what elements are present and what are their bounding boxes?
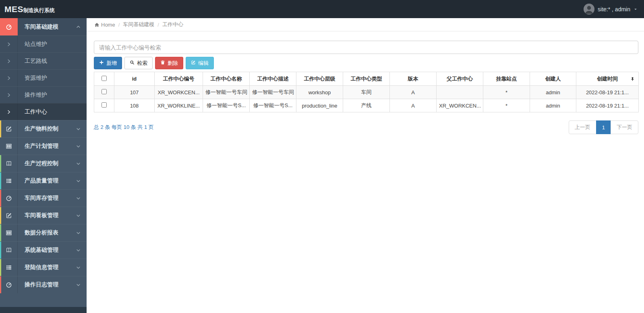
- table-cell: 2022-08-19 21:1...: [576, 99, 639, 112]
- table-cell: A: [390, 86, 437, 99]
- table-cell: 107: [114, 86, 155, 99]
- sidebar-group-label: 操作日志管理: [18, 281, 76, 288]
- trash-icon: [160, 60, 165, 66]
- column-header[interactable]: 创建时间: [576, 72, 639, 86]
- group-color-strip: [0, 224, 1, 241]
- brand-name: 制造执行系统: [23, 7, 55, 14]
- sidebar-footer: [0, 307, 87, 313]
- sidebar-group[interactable]: 生产计划管理: [0, 137, 87, 155]
- page-content: 新增检索删除编辑 id工作中心编号工作中心名称工作中心描述工作中心层级工作中心类…: [87, 31, 644, 134]
- group-color-strip: [0, 276, 1, 293]
- sidebar-group-label: 车间看板管理: [18, 212, 76, 219]
- search-input[interactable]: [94, 41, 638, 54]
- sidebar-group-label: 生产计划管理: [18, 143, 76, 150]
- sidebar-subitem[interactable]: 操作维护: [0, 86, 87, 103]
- group-color-strip: [0, 172, 1, 189]
- user-menu[interactable]: site:* , admin: [584, 4, 644, 15]
- table-cell: A: [390, 99, 437, 112]
- pin-icon: [630, 77, 635, 81]
- table-cell: 车间: [343, 86, 390, 99]
- sidebar-subitem[interactable]: 工作中心: [0, 103, 87, 120]
- breadcrumb-module-label: 车间基础建模: [123, 21, 154, 28]
- column-header[interactable]: 父工作中心: [437, 72, 483, 86]
- column-header[interactable]: 创建人: [530, 72, 576, 86]
- breadcrumb-separator: /: [118, 22, 120, 28]
- sidebar-group[interactable]: 车间基础建模: [0, 18, 87, 35]
- sidebar-subitem-label: 站点维护: [18, 41, 87, 48]
- row-checkbox[interactable]: [101, 102, 107, 108]
- breadcrumb-module[interactable]: 车间基础建模: [123, 21, 154, 28]
- group-color-strip: [0, 190, 1, 207]
- table-header-row: id工作中心编号工作中心名称工作中心描述工作中心层级工作中心类型版本父工作中心挂…: [94, 72, 639, 86]
- sidebar-subitem-label: 工作中心: [18, 108, 87, 116]
- table-row[interactable]: 107XR_WORKCEN...修一智能一号车间修一智能一号车间workshop…: [94, 86, 639, 99]
- delete-button[interactable]: 删除: [155, 57, 183, 69]
- chevron-down-icon: [76, 283, 81, 287]
- button-label: 删除: [168, 60, 178, 67]
- sidebar-group[interactable]: 数据分析报表: [0, 224, 87, 241]
- sidebar-subitem[interactable]: 工艺路线: [0, 52, 87, 69]
- chevron-up-icon: [76, 25, 81, 29]
- angle-right-icon: [0, 104, 18, 120]
- sidebar-group-label: 车间基础建模: [18, 23, 76, 31]
- pagination-summary: 总 2 条 每页 10 条 共 1 页: [94, 124, 154, 131]
- sidebar-group[interactable]: 操作日志管理: [0, 276, 87, 293]
- row-select-cell: [94, 86, 114, 99]
- caret-down-icon: [634, 7, 638, 11]
- chevron-down-icon: [76, 231, 81, 235]
- chevron-down-icon: [76, 179, 81, 183]
- add-button[interactable]: 新增: [94, 57, 122, 69]
- chevron-down-icon: [76, 162, 81, 166]
- group-color-strip: [0, 259, 1, 276]
- sidebar-subitem-label: 工艺路线: [18, 58, 87, 65]
- column-header[interactable]: id: [114, 72, 155, 86]
- table-cell: 108: [114, 99, 155, 112]
- table-row[interactable]: 108XR_WORKLINE...修一智能一号S...修一智能一号S...pro…: [94, 99, 639, 112]
- row-select-cell: [94, 99, 114, 112]
- sidebar-group[interactable]: 生产物料控制: [0, 120, 87, 137]
- column-header[interactable]: 工作中心名称: [203, 72, 250, 86]
- main-area: Home / 车间基础建模 / 工作中心 新增检索删除编辑 id工作中心编号工作…: [87, 18, 644, 313]
- sidebar-group-label: 系统基础管理: [18, 247, 76, 254]
- select-all-checkbox[interactable]: [101, 76, 107, 81]
- column-header[interactable]: 版本: [390, 72, 437, 86]
- chevron-down-icon: [76, 265, 81, 270]
- chevron-down-icon: [76, 144, 81, 149]
- list-icon: [0, 259, 18, 276]
- breadcrumb: Home / 车间基础建模 / 工作中心: [87, 18, 644, 31]
- table-cell: workshop: [296, 86, 343, 99]
- page-1-button[interactable]: 1: [596, 120, 611, 134]
- breadcrumb-page-label: 工作中心: [162, 21, 183, 28]
- user-label: site:* , admin: [598, 6, 630, 12]
- action-toolbar: 新增检索删除编辑: [94, 57, 644, 69]
- column-header[interactable]: 工作中心类型: [343, 72, 390, 86]
- sidebar-subitem[interactable]: 资源维护: [0, 69, 87, 86]
- row-checkbox[interactable]: [101, 89, 107, 94]
- sidebar-group[interactable]: 车间库存管理: [0, 189, 87, 207]
- brand-abbr: MES: [4, 4, 23, 14]
- pagination-bar: 总 2 条 每页 10 条 共 1 页 上一页 1 下一页: [94, 120, 638, 134]
- sidebar-group[interactable]: 产品质量管理: [0, 172, 87, 189]
- column-header[interactable]: 工作中心描述: [250, 72, 296, 86]
- next-page-button[interactable]: 下一页: [611, 120, 638, 134]
- breadcrumb-home[interactable]: Home: [94, 22, 115, 28]
- breadcrumb-page: 工作中心: [162, 21, 183, 28]
- sidebar-group[interactable]: 车间看板管理: [0, 207, 87, 224]
- sidebar: 车间基础建模站点维护工艺路线资源维护操作维护工作中心生产物料控制生产计划管理生产…: [0, 18, 87, 313]
- column-header[interactable]: 工作中心层级: [296, 72, 343, 86]
- sidebar-group[interactable]: 系统基础管理: [0, 241, 87, 259]
- column-header[interactable]: 挂靠站点: [483, 72, 530, 86]
- avatar: [584, 4, 594, 15]
- sidebar-group[interactable]: 登陆信息管理: [0, 259, 87, 276]
- sidebar-menu: 车间基础建模站点维护工艺路线资源维护操作维护工作中心生产物料控制生产计划管理生产…: [0, 18, 87, 293]
- column-header[interactable]: 工作中心编号: [155, 72, 203, 86]
- sidebar-subitem[interactable]: 站点维护: [0, 35, 87, 52]
- edit-button[interactable]: 编辑: [186, 57, 214, 69]
- prev-page-button[interactable]: 上一页: [569, 120, 596, 134]
- group-color-strip: [0, 207, 1, 224]
- table-cell: XR_WORKCEN...: [155, 86, 203, 99]
- pager: 上一页 1 下一页: [569, 120, 638, 134]
- search-button[interactable]: 检索: [124, 57, 153, 69]
- sidebar-group[interactable]: 生产过程控制: [0, 155, 87, 172]
- table-cell: XR_WORKLINE...: [155, 99, 203, 112]
